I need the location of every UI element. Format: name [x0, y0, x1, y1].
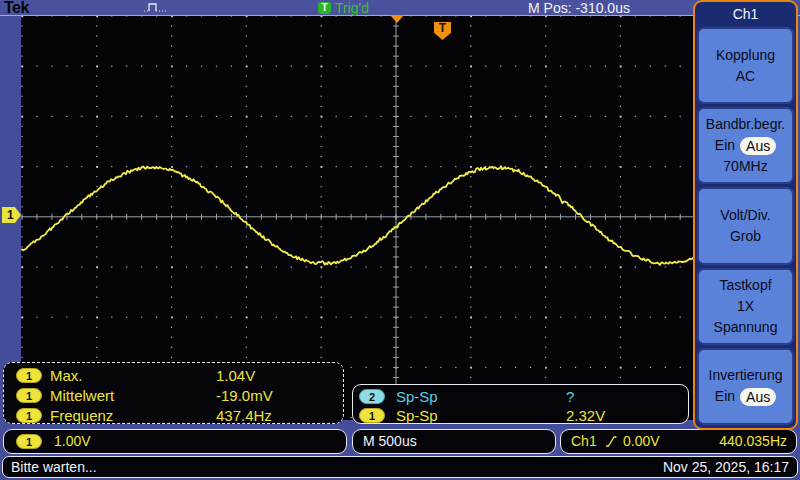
softkey-label: Volt/Div. [720, 205, 770, 226]
trigger-level-value: 0.00V [623, 430, 660, 453]
trigger-status-icon: T [318, 2, 331, 14]
softkey-label: Kopplung [716, 45, 775, 66]
datetime-display: Nov 25, 2025, 16:17 [663, 457, 789, 477]
measurement-row: 1 Max. 1.04V [4, 366, 343, 386]
status-message: Bitte warten... [11, 456, 97, 479]
timebase-readout: M 500us [352, 429, 556, 454]
softkey-toggle: Ein Aus [715, 135, 776, 156]
softkey-label: Invertierung [709, 365, 783, 386]
softkey-label: Bandbr.begr. [706, 114, 785, 135]
acquisition-pulse-icon [144, 1, 167, 13]
measurement-label: Sp-Sp [396, 407, 438, 425]
softkey-tastkopf[interactable]: Tastkopf 1X Spannung [697, 268, 794, 345]
oscilloscope-screen: Tek T Trig'd M Pos: -310.0us 1 T 1 Max. … [0, 0, 800, 480]
softkey-value: 1X [737, 296, 754, 317]
softkey-invertierung[interactable]: Invertierung Ein Aus [697, 348, 794, 425]
top-status-bar: Tek T Trig'd M Pos: -310.0us [0, 0, 800, 16]
measurement-label: Mittelwert [50, 387, 114, 405]
volts-per-div-value: 1.00V [54, 430, 91, 453]
tek-logo: Tek [4, 0, 29, 17]
softkey-value: 70MHz [723, 156, 767, 177]
trigger-status-text: Trig'd [335, 0, 369, 16]
softkey-toggle: Ein Aus [715, 386, 776, 407]
softkey-kopplung[interactable]: Kopplung AC [697, 27, 794, 104]
toggle-option-aus-selected: Aus [740, 388, 776, 406]
measurement-row: 1 Frequenz 437.4Hz [4, 406, 343, 426]
toggle-option-ein: Ein [715, 135, 735, 156]
timebase-value: M 500us [363, 430, 417, 453]
channel1-badge: 1 [16, 368, 42, 383]
measurement-row: 1 Mittelwert -19.0mV [4, 386, 343, 406]
trigger-readout: Ch1 0.00V 440.035Hz [560, 429, 797, 454]
channel1-ground-marker: 1 [2, 207, 21, 223]
channel1-badge: 1 [16, 434, 42, 449]
channel1-badge: 1 [16, 388, 42, 403]
measurement-box-peak-to-peak: 2 Sp-Sp ? 1 Sp-Sp 2.32V [352, 384, 689, 424]
horizontal-position-readout: M Pos: -310.0us [528, 0, 630, 16]
trigger-position-arrow-icon [390, 15, 404, 23]
measurement-value: 437.4Hz [216, 407, 272, 425]
channel1-badge: 1 [359, 408, 385, 423]
measurement-value: ? [566, 388, 574, 406]
measurement-label: Sp-Sp [396, 388, 438, 406]
softkey-value: AC [736, 66, 755, 87]
toggle-option-ein: Ein [715, 386, 735, 407]
measurement-value: 1.04V [216, 367, 255, 385]
waveform-trace-ch1 [21, 166, 695, 265]
trigger-frequency-value: 440.035Hz [719, 430, 787, 453]
softkey-bandbreite[interactable]: Bandbr.begr. Ein Aus 70MHz [697, 107, 794, 184]
measurement-row: 1 Sp-Sp 2.32V [353, 406, 688, 426]
menu-title: Ch1 [697, 4, 794, 24]
trigger-source: Ch1 [571, 430, 597, 453]
measurement-value: 2.32V [566, 407, 605, 425]
measurement-value: -19.0mV [216, 387, 273, 405]
channel1-scale-readout: 1 1.00V [3, 429, 347, 454]
graticule [21, 15, 695, 420]
measurement-box-ch1: 1 Max. 1.04V 1 Mittelwert -19.0mV 1 Freq… [3, 362, 344, 424]
softkey-voltdiv[interactable]: Volt/Div. Grob [697, 187, 794, 264]
channel1-badge: 1 [16, 408, 42, 423]
softkey-label: Tastkopf [719, 275, 771, 296]
softkey-value: Spannung [714, 317, 778, 338]
softkey-value: Grob [730, 226, 761, 247]
toggle-option-aus-selected: Aus [740, 137, 776, 155]
channel2-badge: 2 [359, 389, 385, 404]
side-menu-panel: Ch1 Kopplung AC Bandbr.begr. Ein Aus 70M… [693, 0, 798, 430]
measurement-label: Frequenz [50, 407, 113, 425]
measurement-row: 2 Sp-Sp ? [353, 387, 688, 407]
rising-edge-icon [605, 435, 618, 448]
status-message-bar: Bitte warten... Nov 25, 2025, 16:17 [2, 456, 798, 478]
measurement-label: Max. [50, 367, 83, 385]
